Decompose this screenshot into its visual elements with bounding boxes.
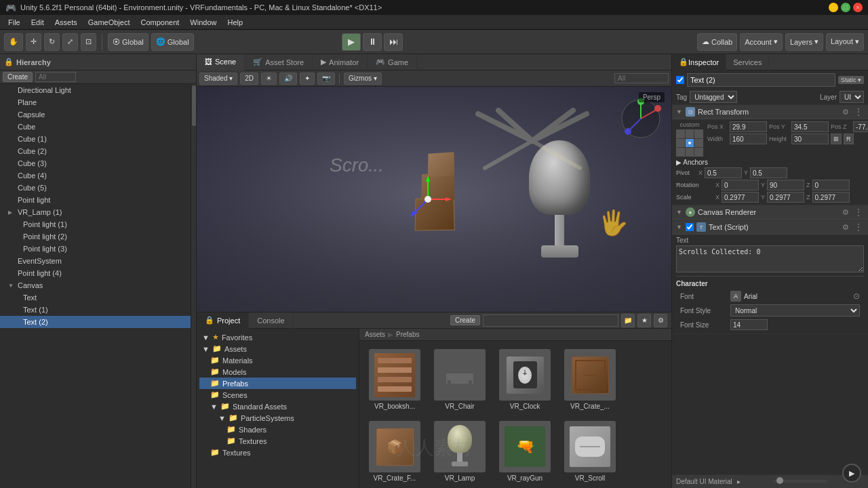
text-script-header[interactable]: ▼ T Text (Script) ⚙ ⋮ (672, 220, 868, 235)
collab-button[interactable]: ☁ Collab (697, 33, 737, 51)
proj-prefabs[interactable]: 📁 Prefabs (199, 378, 356, 389)
2d-button[interactable]: 2D (240, 73, 258, 85)
tab-console[interactable]: Console (249, 312, 293, 329)
hierarchy-item-text[interactable]: Text (0, 291, 196, 304)
anchor-widget[interactable] (676, 129, 703, 157)
menu-assets[interactable]: Assets (50, 17, 83, 28)
proj-btn-star[interactable]: ★ (637, 314, 651, 327)
asset-vr-crate1[interactable]: VR_Crate_... (560, 346, 620, 413)
proj-scenes[interactable]: 📁 Scenes (199, 389, 356, 401)
project-create-button[interactable]: Create (450, 315, 480, 325)
proj-favorites[interactable]: ▼ ★ Favorites (199, 331, 356, 343)
hand-tool-button[interactable]: ✋ (4, 33, 23, 51)
hierarchy-item-text1[interactable]: Text (1) (0, 304, 196, 316)
layer-select[interactable]: UI (840, 91, 864, 103)
hierarchy-item-vr-lamp[interactable]: ▶ VR_Lamp (1) (0, 206, 196, 218)
r-button[interactable]: R (844, 134, 854, 144)
scene-viewport[interactable]: Scro... Y X Z (197, 87, 671, 312)
tab-project[interactable]: 🔒 Project (197, 312, 249, 329)
asset-vr-lamp[interactable]: VR_Lamp (430, 418, 490, 485)
asset-vr-crate2[interactable]: 📦 VR_Crate_F... (365, 418, 425, 485)
scale-tool-button[interactable]: ⤢ (62, 33, 78, 51)
hierarchy-item-capsule[interactable]: Capsule (0, 108, 196, 121)
scale-z-input[interactable] (812, 192, 850, 203)
proj-assets[interactable]: ▼ 📁 Assets (199, 343, 356, 354)
tab-game[interactable]: 🎮 Game (368, 54, 417, 70)
account-button[interactable]: Account ▾ (740, 33, 783, 51)
layout-button[interactable]: Layout ▾ (826, 33, 864, 51)
pivot-x-input[interactable] (705, 167, 742, 178)
hierarchy-item-point-light3[interactable]: Point light (3) (0, 243, 196, 255)
menu-window[interactable]: Window (184, 17, 222, 28)
tab-services[interactable]: Services (726, 54, 769, 70)
shaded-button[interactable]: Shaded ▾ (199, 73, 237, 85)
hierarchy-item-eventsystem[interactable]: EventSystem (0, 255, 196, 267)
constrain-btn[interactable]: ⊞ (831, 134, 842, 144)
layers-button[interactable]: Layers ▾ (785, 33, 823, 51)
hierarchy-item-directional-light[interactable]: Directional Light (0, 84, 196, 96)
gizmos-button[interactable]: Gizmos ▾ (344, 73, 382, 85)
step-button[interactable]: ⏭ (384, 33, 403, 51)
asset-vr-raygun[interactable]: 🔫 VR_rayGun (495, 418, 555, 485)
rot-z-input[interactable] (812, 180, 850, 190)
tab-animator[interactable]: ▶ Animator (313, 54, 368, 70)
hierarchy-scrollbar[interactable] (191, 84, 196, 488)
hierarchy-item-cube5[interactable]: Cube (5) (0, 182, 196, 194)
hierarchy-item-cube3[interactable]: Cube (3) (0, 157, 196, 169)
proj-particle-systems[interactable]: ▼ 📁 ParticleSystems (199, 412, 356, 424)
text-value-textarea[interactable]: Scrolls Collected: 0 (676, 245, 864, 272)
rect-transform-gear-btn[interactable]: ⋮ (853, 107, 864, 117)
global-button[interactable]: 🌐 Global (151, 33, 194, 51)
hierarchy-item-canvas[interactable]: ▼ Canvas (0, 279, 196, 291)
proj-btn-gear[interactable]: ⚙ (654, 314, 667, 327)
pos-y-input[interactable] (791, 121, 829, 132)
pause-button[interactable]: ⏸ (363, 33, 382, 51)
text-script-gear-btn[interactable]: ⋮ (853, 222, 864, 232)
pivot-y-input[interactable] (750, 167, 787, 178)
hierarchy-create-button[interactable]: Create (3, 72, 33, 82)
proj-materials[interactable]: 📁 Materials (199, 354, 356, 366)
hierarchy-item-cube1[interactable]: Cube (1) (0, 133, 196, 145)
text-script-lock-btn[interactable]: ⚙ (841, 223, 850, 232)
hierarchy-item-text2[interactable]: Text (2) (0, 316, 196, 328)
proj-btn-folder[interactable]: 📁 (621, 314, 635, 327)
height-input[interactable] (791, 134, 829, 144)
project-search[interactable] (483, 314, 618, 327)
menu-gameobject[interactable]: GameObject (83, 17, 136, 28)
audio-button[interactable]: 🔊 (279, 73, 297, 85)
proj-textures-inner[interactable]: 📁 Textures (199, 435, 356, 447)
pos-x-input[interactable] (730, 121, 767, 132)
text-script-active-checkbox[interactable] (686, 223, 694, 231)
hierarchy-item-cube2[interactable]: Cube (2) (0, 145, 196, 157)
move-tool-button[interactable]: ✛ (26, 33, 41, 51)
hierarchy-search[interactable] (35, 72, 76, 82)
tag-select[interactable]: Untagged (690, 91, 737, 103)
menu-help[interactable]: Help (222, 17, 248, 28)
asset-vr-bookshelf[interactable]: VR_booksh... (365, 346, 425, 413)
rect-transform-header[interactable]: ▼ ⊡ Rect Transform ⚙ ⋮ (672, 105, 868, 119)
asset-vr-clock[interactable]: VR_Clock (495, 346, 555, 413)
asset-vr-scroll[interactable]: VR_Scroll (560, 418, 620, 485)
rect-tool-button[interactable]: ⊡ (81, 33, 96, 51)
hierarchy-item-point-light1[interactable]: Point light (1) (0, 218, 196, 230)
tab-inspector[interactable]: 🔒 Inspector (672, 54, 726, 70)
pos-z-input[interactable] (853, 121, 868, 132)
rot-y-input[interactable] (767, 180, 804, 190)
proj-models[interactable]: 📁 Models (199, 366, 356, 378)
object-active-checkbox[interactable] (676, 76, 684, 84)
proj-shaders[interactable]: 📁 Shaders (199, 424, 356, 435)
pivot-button[interactable]: ⦿ Global (108, 33, 149, 51)
font-select-btn[interactable]: ⊙ (853, 291, 860, 301)
close-button[interactable]: × (853, 3, 863, 12)
hierarchy-item-point-light[interactable]: Point light (0, 194, 196, 206)
canvas-renderer-lock-btn[interactable]: ⚙ (841, 208, 850, 217)
hierarchy-item-point-light4[interactable]: Point light (4) (0, 267, 196, 279)
menu-component[interactable]: Component (135, 17, 184, 28)
maximize-button[interactable]: □ (841, 3, 850, 12)
menu-file[interactable]: File (3, 17, 26, 28)
object-name-input[interactable] (687, 73, 835, 87)
rect-transform-lock-btn[interactable]: ⚙ (841, 108, 850, 117)
scene-search[interactable] (614, 73, 669, 83)
canvas-renderer-gear-btn[interactable]: ⋮ (853, 207, 864, 217)
width-input[interactable] (730, 134, 767, 144)
